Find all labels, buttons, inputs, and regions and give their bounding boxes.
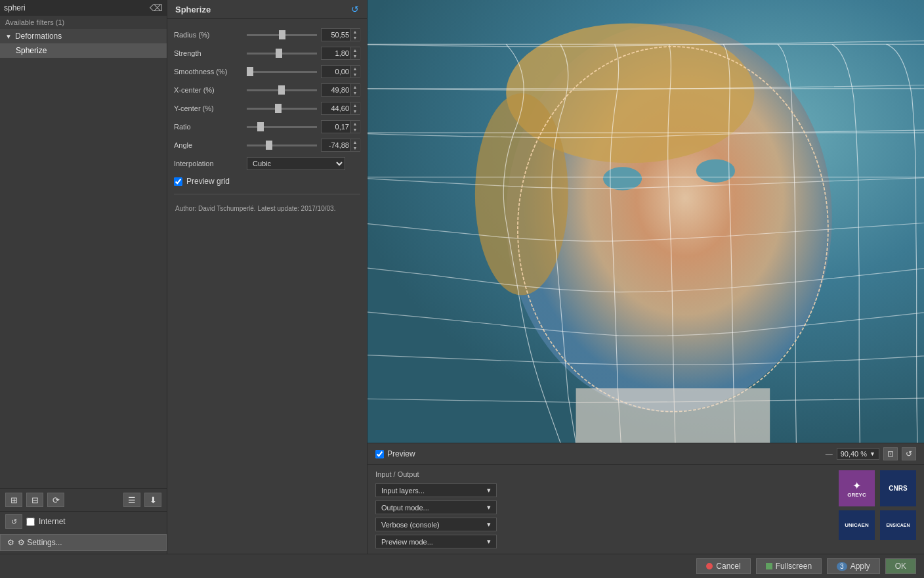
xcenter-input[interactable]	[322, 85, 350, 95]
apply-count-badge: 3	[837, 562, 847, 571]
filter-title: Spherize	[175, 5, 211, 14]
strength-input[interactable]	[322, 49, 350, 58]
zoom-out-icon: —	[826, 450, 833, 458]
settings-icon: ⚙	[7, 538, 14, 547]
zoom-box: 90,40 % ▼	[837, 448, 879, 460]
preview-checkbox[interactable]	[375, 450, 384, 458]
radius-down-button[interactable]: ▼	[351, 35, 359, 41]
preview-grid-label: Preview grid	[186, 177, 230, 186]
cancel-button[interactable]: Cancel	[696, 558, 750, 574]
svg-point-4	[603, 167, 642, 190]
reset-button[interactable]: ↺	[351, 4, 359, 14]
smoothness-slider[interactable]	[247, 71, 317, 73]
preview-controls: Preview — 90,40 % ▼ ⊡ ↺	[368, 443, 924, 465]
preview-grid-checkbox[interactable]	[174, 177, 182, 186]
strength-value-box: ▲ ▼	[321, 47, 360, 60]
search-input[interactable]	[4, 3, 147, 12]
cancel-label: Cancel	[716, 562, 740, 571]
collapse-arrow-icon: ▼	[5, 33, 12, 40]
ycenter-input[interactable]	[322, 104, 350, 113]
apply-button[interactable]: 3 Apply	[827, 558, 880, 574]
io-title: Input / Output	[375, 470, 497, 478]
radius-label: Radius (%)	[174, 31, 243, 39]
strength-slider[interactable]	[247, 53, 317, 55]
ratio-value-box: ▲ ▼	[321, 120, 360, 133]
internet-label: Internet	[39, 517, 66, 526]
search-clear-icon[interactable]: ⌫	[150, 3, 163, 13]
cancel-icon	[706, 563, 713, 569]
angle-slider[interactable]	[247, 144, 317, 146]
fullscreen-button[interactable]: Fullscreen	[756, 558, 822, 574]
ensicaen-logo: ENSICAEN	[880, 510, 916, 540]
refresh-button[interactable]: ↺	[5, 514, 22, 529]
output-mode-label: Output mode...	[381, 504, 429, 512]
radius-slider[interactable]	[247, 34, 317, 36]
input-layers-dropdown[interactable]: Input layers... ▾	[375, 483, 497, 497]
cnrs-logo: CNRS	[880, 470, 916, 506]
remove-filter-button[interactable]: ⊟	[26, 493, 43, 507]
ratio-down-button[interactable]: ▼	[351, 127, 359, 133]
smoothness-down-button[interactable]: ▼	[351, 72, 359, 78]
ycenter-slider[interactable]	[247, 108, 317, 110]
internet-checkbox[interactable]	[26, 518, 35, 526]
ycenter-up-button[interactable]: ▲	[351, 102, 359, 108]
unicaen-logo: UNICAEN	[839, 510, 875, 540]
preview-mode-arrow-icon: ▾	[487, 537, 491, 546]
ycenter-down-button[interactable]: ▼	[351, 108, 359, 114]
svg-point-3	[475, 93, 568, 295]
ycenter-label: Y-center (%)	[174, 104, 243, 112]
xcenter-down-button[interactable]: ▼	[351, 90, 359, 96]
interpolation-select[interactable]: Nearest-neighbor Linear Cubic Lanczos	[247, 157, 345, 170]
refresh-preview-button[interactable]: ↺	[902, 447, 916, 460]
ycenter-slider-container	[247, 108, 317, 110]
settings-button[interactable]: ⚙ ⚙ Settings...	[0, 534, 167, 551]
download-button[interactable]: ⬇	[144, 493, 161, 507]
angle-row: Angle ▲ ▼	[167, 136, 367, 154]
filter-item-spherize[interactable]: Spherize	[0, 43, 167, 58]
output-mode-dropdown[interactable]: Output mode... ▾	[375, 500, 497, 514]
interpolation-row: Interpolation Nearest-neighbor Linear Cu…	[167, 154, 367, 173]
svg-rect-11	[576, 388, 770, 443]
angle-input[interactable]	[322, 141, 350, 150]
params-divider	[174, 194, 360, 194]
strength-spinners: ▲ ▼	[350, 47, 359, 59]
smoothness-spinners: ▲ ▼	[350, 66, 359, 78]
greyc-logo: ✦ GREYC	[839, 470, 875, 506]
xcenter-slider-container	[247, 89, 317, 91]
strength-row: Strength ▲ ▼	[167, 44, 367, 62]
fit-view-button[interactable]: ⊡	[883, 447, 898, 460]
angle-label: Angle	[174, 141, 243, 149]
xcenter-slider[interactable]	[247, 89, 317, 91]
filter-title-bar: Spherize ↺	[167, 0, 367, 19]
ok-button[interactable]: OK	[885, 558, 916, 574]
update-filter-button[interactable]: ⟳	[47, 493, 64, 507]
add-filter-button[interactable]: ⊞	[5, 493, 22, 507]
ratio-slider-container	[247, 126, 317, 128]
preview-canvas	[368, 0, 924, 443]
xcenter-up-button[interactable]: ▲	[351, 84, 359, 90]
settings-label: ⚙ Settings...	[18, 538, 62, 547]
radius-input[interactable]	[322, 30, 350, 39]
list-view-button[interactable]: ☰	[123, 493, 140, 507]
verbose-dropdown[interactable]: Verbose (console) ▾	[375, 518, 497, 531]
ratio-up-button[interactable]: ▲	[351, 121, 359, 127]
radius-up-button[interactable]: ▲	[351, 29, 359, 35]
params-area: Radius (%) ▲ ▼ Strength	[167, 19, 367, 554]
radius-spinners: ▲ ▼	[350, 29, 359, 41]
filter-count: Available filters (1)	[0, 16, 167, 29]
ratio-input[interactable]	[322, 122, 350, 131]
preview-mode-dropdown[interactable]: Preview mode... ▾	[375, 535, 497, 548]
xcenter-row: X-center (%) ▲ ▼	[167, 81, 367, 99]
smoothness-up-button[interactable]: ▲	[351, 66, 359, 72]
ok-label: OK	[895, 562, 906, 571]
ratio-slider[interactable]	[247, 126, 317, 128]
output-mode-arrow-icon: ▾	[487, 503, 491, 512]
angle-up-button[interactable]: ▲	[351, 139, 359, 145]
ratio-spinners: ▲ ▼	[350, 121, 359, 133]
category-header[interactable]: ▼ Deformations	[0, 29, 167, 43]
ratio-row: Ratio ▲ ▼	[167, 118, 367, 136]
strength-down-button[interactable]: ▼	[351, 53, 359, 59]
smoothness-input[interactable]	[322, 67, 350, 76]
strength-up-button[interactable]: ▲	[351, 47, 359, 53]
angle-down-button[interactable]: ▼	[351, 145, 359, 151]
